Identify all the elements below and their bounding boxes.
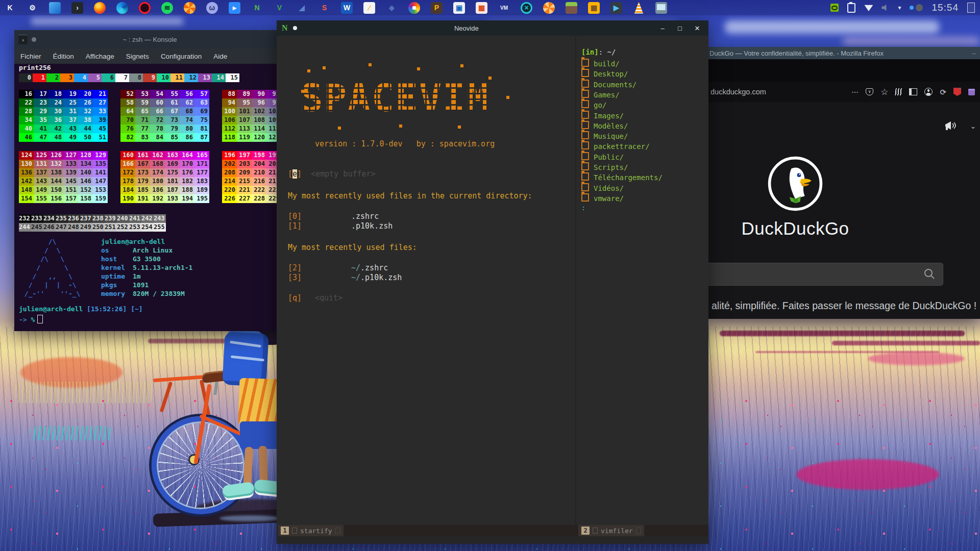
vimfiler-dir[interactable]: Modèles/ (581, 121, 628, 130)
minecraft-launcher[interactable] (566, 2, 577, 14)
firewall-launcher[interactable] (543, 2, 555, 14)
page-actions-icon[interactable]: ⋯ (851, 88, 859, 95)
system-settings-launcher[interactable]: ⚙ (27, 2, 38, 14)
neovide-titlebar[interactable]: N Neovide – □ ✕ (277, 20, 708, 36)
color-cell: 83 (135, 133, 150, 142)
spotify-launcher[interactable]: ≋ (161, 2, 173, 14)
sidebar-icon[interactable] (909, 88, 917, 95)
menu-item-édition[interactable]: Édition (53, 53, 74, 60)
clementine-launcher[interactable] (184, 2, 195, 14)
volume-tray-icon[interactable] (881, 4, 889, 11)
vlc-launcher[interactable] (633, 2, 645, 14)
firefox-launcher[interactable] (94, 2, 106, 14)
dolphin-launcher[interactable] (49, 2, 61, 14)
vimfiler-dir[interactable]: Scripts/ (581, 162, 628, 171)
terminal-output[interactable]: print256 0123456789101112131415161718192… (14, 64, 277, 331)
konsole-launcher[interactable]: › (71, 2, 83, 14)
vimfiler-dir[interactable]: Musique/ (581, 131, 628, 140)
chevron-down-icon[interactable]: ⌄ (970, 122, 976, 130)
startify-file-item[interactable]: [3]~/.p10k.zsh (288, 273, 402, 282)
startify-file-item[interactable]: [1].p10k.zsh (288, 221, 393, 231)
wallpaper-cloud (725, 20, 939, 34)
bookmark-star-icon[interactable]: ☆ (880, 88, 888, 96)
sync-icon[interactable]: ⟳ (940, 88, 946, 96)
diagram-launcher[interactable]: ▦ (476, 2, 487, 14)
vimfiler-dir[interactable]: Desktop/ (581, 69, 628, 78)
screen-app-launcher[interactable]: ▦ (588, 2, 600, 14)
fetch-value: Arch Linux (133, 246, 173, 254)
vimfiler-dir[interactable]: packettracer/ (581, 141, 650, 151)
vimfiler-dir[interactable]: Images/ (581, 111, 624, 120)
menu-item-affichage[interactable]: Affichage (86, 53, 114, 60)
close-button[interactable]: ✕ (691, 24, 703, 32)
library-icon[interactable] (895, 88, 902, 95)
pocket-icon[interactable]: ∨ (866, 88, 873, 95)
kde-menu-launcher[interactable]: K (4, 2, 16, 14)
screens-launcher[interactable] (655, 2, 667, 14)
tab-vimfiler[interactable]: 2vimfiler (578, 525, 644, 536)
search-icon[interactable] (923, 268, 936, 282)
virtualbox-launcher[interactable]: ▣ (453, 2, 465, 14)
vscode-launcher[interactable]: ◢ (296, 2, 308, 14)
startify-file-item[interactable]: [2]~/.zshrc (288, 263, 388, 272)
extension-cube-icon[interactable] (968, 89, 975, 95)
pdf-launcher[interactable]: P (431, 2, 443, 14)
vimfiler-dir[interactable]: build/ (581, 59, 620, 68)
vim-launcher[interactable]: V (274, 2, 285, 14)
startify-buffer[interactable]: SPACEVIM version : 1.7.0-dev by : spacev… (277, 36, 575, 525)
search-input[interactable] (703, 263, 943, 286)
vmware-launcher[interactable]: VM (498, 2, 510, 14)
vimfiler-dir[interactable]: Games/ (581, 90, 620, 99)
vimfiler-dir[interactable]: Vidéos/ (581, 183, 624, 192)
proxy-launcher[interactable]: × (521, 2, 532, 14)
minimize-button[interactable]: – (656, 24, 669, 32)
vimfiler-dir[interactable]: Public/ (581, 152, 624, 161)
url-bar[interactable]: duckduckgo.com (708, 88, 766, 96)
startify-quit-entry[interactable]: [q]<quit> (288, 293, 342, 303)
nvidia-tray-icon[interactable] (830, 4, 839, 12)
menu-item-configuration[interactable]: Configuration (161, 53, 202, 60)
firefox-titlebar[interactable]: DuckGo — Votre confidentialité, simplifi… (708, 47, 980, 59)
menu-item-signets[interactable]: Signets (126, 53, 149, 60)
vimfiler-dir[interactable]: vmware/ (581, 193, 624, 203)
startify-empty-buffer-entry[interactable]: [e] <empty buffer> (288, 169, 376, 179)
app-faint-launcher[interactable]: ◆ (386, 2, 398, 14)
account-icon[interactable] (924, 88, 933, 96)
paint-launcher[interactable] (408, 2, 420, 14)
vimfiler-dir[interactable]: Téléchargements/ (581, 172, 663, 182)
tab-startify[interactable]: 1startify (278, 525, 344, 536)
sketchup-launcher[interactable]: S (318, 2, 330, 14)
konsole-titlebar[interactable]: › ~ : zsh — Konsole (14, 30, 277, 48)
color-cell: 94 (222, 98, 237, 107)
color-cell: 96 (252, 98, 266, 107)
show-desktop-button[interactable] (967, 3, 975, 13)
menu-item-fichier[interactable]: Fichier (20, 53, 41, 60)
ublock-icon[interactable]: 1 (953, 88, 961, 96)
maximize-button[interactable]: □ (674, 24, 686, 32)
tray-expand-chevron-icon[interactable]: ▾ (898, 5, 901, 11)
media-player-launcher[interactable]: ▶ (610, 2, 622, 14)
fetch-label: memory (101, 289, 133, 298)
vimfiler-pane[interactable]: [in]: ~/ build/Desktop/Documents/Games/g… (576, 36, 708, 525)
clock[interactable]: 15:54 (932, 2, 959, 13)
vimfiler-dir[interactable]: go/ (581, 100, 606, 109)
vimfiler-dir[interactable]: Documents/ (581, 80, 636, 89)
neovide-launcher[interactable]: N (251, 2, 263, 14)
clipboard-tray-icon[interactable] (847, 3, 855, 13)
zoom-launcher[interactable]: ▸ (229, 2, 240, 14)
color-cell: 168 (150, 160, 165, 168)
edge-launcher[interactable] (116, 2, 128, 14)
opera-launcher[interactable] (139, 2, 151, 14)
tray-toggle-icon[interactable] (910, 4, 923, 11)
firefox-window-title: DuckGo — Votre confidentialité, simplifi… (709, 49, 884, 57)
shell-prompt-input[interactable]: -> % (19, 315, 43, 323)
megaphone-icon[interactable] (944, 120, 958, 134)
startify-file-item[interactable]: [0].zshrc (288, 212, 379, 221)
discord-launcher[interactable]: ω (206, 2, 218, 14)
text-editor-launcher[interactable]: ∕ (363, 2, 375, 14)
word-launcher[interactable]: W (341, 2, 353, 14)
wifi-tray-icon[interactable] (864, 4, 873, 11)
firefox-minimize-button[interactable]: – (972, 49, 980, 57)
menu-item-aide[interactable]: Aide (213, 53, 227, 60)
firefox-tabstrip[interactable] (708, 59, 980, 82)
